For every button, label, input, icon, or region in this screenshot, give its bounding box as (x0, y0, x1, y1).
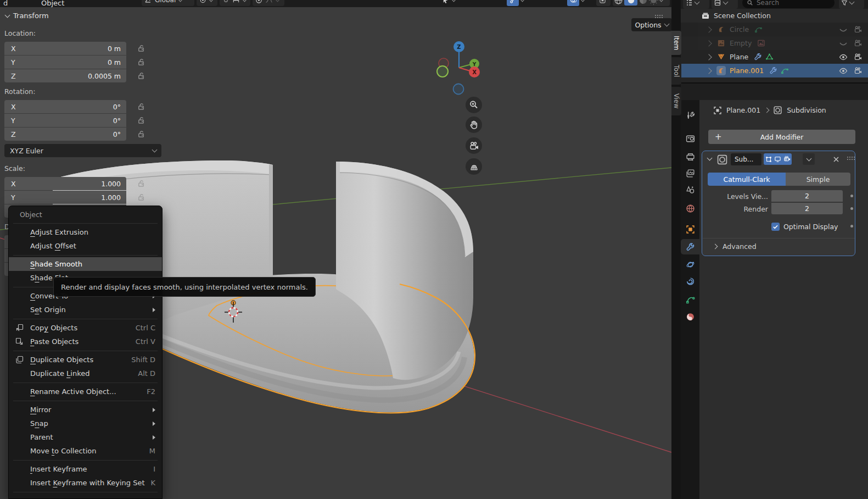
menu-item-duplicate-objects[interactable]: Duplicate ObjectsShift D (9, 353, 162, 367)
catmull-clark-button[interactable]: Catmull-Clark (708, 173, 786, 186)
menu-item-adjust-offset[interactable]: Adjust Offset (9, 239, 162, 253)
lock-open-icon[interactable] (137, 71, 146, 80)
eye-closed-icon[interactable] (839, 25, 848, 34)
lock-open-icon[interactable] (137, 44, 146, 53)
eye-closed-icon[interactable] (839, 39, 848, 48)
editor-type-dropdown[interactable] (683, 0, 709, 9)
zoom-button[interactable] (466, 97, 482, 113)
menu-item-paste-objects[interactable]: Paste ObjectsCtrl V (9, 335, 162, 348)
rotation-y-field[interactable]: Y0° (4, 114, 126, 127)
expand-icon[interactable] (705, 54, 712, 60)
outliner-row-empty[interactable]: Empty (681, 36, 868, 50)
pan-button[interactable] (466, 117, 482, 133)
view-navigation-gizmo[interactable]: Z Y X (433, 36, 493, 97)
menu-item-mirror[interactable]: Mirror (9, 403, 162, 417)
menu-item-duplicate-linked[interactable]: Duplicate LinkedAlt D (9, 367, 162, 380)
simple-button[interactable]: Simple (786, 173, 850, 186)
menu-item-set-origin[interactable]: Set Origin (9, 303, 162, 317)
properties-tab-scene[interactable] (681, 182, 699, 197)
properties-tab-modifiers[interactable] (681, 239, 699, 254)
animate-dot[interactable] (850, 225, 853, 228)
add-modifier-button[interactable]: + Add Modifier (708, 130, 855, 144)
eye-open-icon[interactable] (839, 66, 848, 75)
close-icon[interactable] (832, 156, 840, 163)
modifier-extras-dropdown[interactable] (803, 153, 815, 165)
properties-tab-output[interactable] (681, 149, 699, 164)
camera-visibility-icon[interactable] (854, 39, 863, 48)
menu-item-parent[interactable]: Parent (9, 430, 162, 444)
pivot-point-dropdown[interactable] (197, 0, 217, 6)
expand-icon[interactable] (705, 68, 712, 74)
proportional-editing-controls[interactable] (253, 0, 284, 6)
camera-view-button[interactable] (466, 137, 482, 154)
outliner-display-mode-dropdown[interactable] (712, 0, 738, 9)
menu-item-shade-smooth[interactable]: Shade Smooth (9, 257, 162, 271)
outliner-row-circle[interactable]: Circle (681, 23, 868, 36)
properties-tab-render[interactable] (681, 131, 699, 146)
outliner-row-plane[interactable]: Plane (681, 50, 868, 64)
menu-item-insert-keyframe-with-keying-set[interactable]: Insert Keyframe with Keying SetK (9, 476, 162, 490)
optimal-display-checkbox[interactable] (771, 223, 780, 231)
location-x-field[interactable]: X0 m (4, 42, 126, 55)
rotation-mode-dropdown[interactable]: XYZ Euler (4, 144, 161, 157)
rotation-x-field[interactable]: X0° (4, 100, 126, 113)
lock-open-icon[interactable] (137, 130, 146, 138)
gizmo-toggle-group[interactable] (504, 0, 533, 6)
lock-open-icon[interactable] (137, 116, 146, 125)
orientation-dropdown[interactable]: Global (142, 0, 194, 6)
menu-item-snap[interactable]: Snap (9, 417, 162, 430)
rendered-shading-icon[interactable] (649, 0, 658, 5)
lock-open-icon[interactable] (137, 102, 146, 111)
sidebar-tab-tool[interactable]: Tool (671, 57, 681, 85)
snap-controls[interactable] (220, 0, 250, 6)
levels-viewport-field[interactable]: 2 (771, 190, 843, 202)
toggle-perspective-button[interactable] (466, 158, 482, 175)
breadcrumb-modifier[interactable]: Subdivision (787, 106, 826, 114)
animate-dot[interactable] (850, 195, 853, 197)
shading-mode-group[interactable] (613, 0, 670, 6)
breadcrumb-object[interactable]: Plane.001 (726, 106, 760, 114)
camera-visibility-icon[interactable] (854, 66, 863, 75)
lock-open-icon[interactable] (137, 58, 146, 66)
modifier-name-field[interactable]: Sub... (731, 153, 761, 165)
levels-render-field[interactable]: 2 (771, 203, 843, 214)
lock-open-icon[interactable] (137, 193, 146, 202)
material-shading-icon[interactable] (639, 0, 648, 5)
transform-panel-header[interactable]: Transform (5, 12, 49, 20)
rotation-z-field[interactable]: Z0° (4, 127, 126, 141)
solid-shading-icon[interactable] (624, 0, 637, 5)
render-display-toggle[interactable] (782, 153, 792, 165)
scale-y-field[interactable]: Y1.000 (4, 191, 126, 204)
options-dropdown[interactable]: Options (631, 18, 671, 31)
show-overlays-icon[interactable] (567, 0, 579, 6)
properties-tab-object[interactable] (681, 221, 699, 237)
menu-item-adjust-extrusion[interactable]: Adjust Extrusion (9, 225, 162, 239)
object-menu[interactable]: Object (41, 0, 64, 7)
wireframe-shading-icon[interactable] (614, 0, 623, 5)
advanced-subpanel-header[interactable]: Advanced (713, 242, 757, 251)
show-gizmo-icon[interactable] (507, 0, 519, 6)
menu-item-insert-keyframe[interactable]: Insert KeyframeI (9, 462, 162, 476)
outliner-filter-dropdown[interactable] (839, 0, 864, 9)
overlays-toggle-group[interactable] (564, 0, 593, 6)
properties-tab-material[interactable] (681, 309, 699, 324)
modifier-drag-handle[interactable] (847, 157, 856, 161)
expand-icon[interactable] (705, 40, 712, 46)
realtime-display-toggle[interactable] (773, 153, 782, 165)
animate-dot[interactable] (850, 207, 853, 210)
location-y-field[interactable]: Y0 m (4, 56, 126, 69)
properties-tab-world[interactable] (681, 201, 699, 216)
outliner-search-input[interactable]: Search (742, 0, 835, 8)
select-tool-dropdown[interactable] (439, 0, 467, 6)
camera-visibility-icon[interactable] (854, 53, 863, 62)
properties-tab-tool[interactable] (681, 108, 699, 123)
location-z-field[interactable]: Z0.0005 m (4, 69, 126, 82)
properties-tab-object-data[interactable] (681, 291, 699, 307)
lock-open-icon[interactable] (137, 179, 146, 188)
menu-item-move-to-collection[interactable]: Move to CollectionM (9, 444, 162, 458)
properties-tab-view-layer[interactable] (681, 165, 699, 181)
sidebar-tab-item[interactable]: Item (671, 31, 681, 55)
scale-x-field[interactable]: X1.000 (4, 177, 126, 190)
eye-open-icon[interactable] (839, 53, 848, 62)
expand-icon[interactable] (705, 26, 712, 32)
